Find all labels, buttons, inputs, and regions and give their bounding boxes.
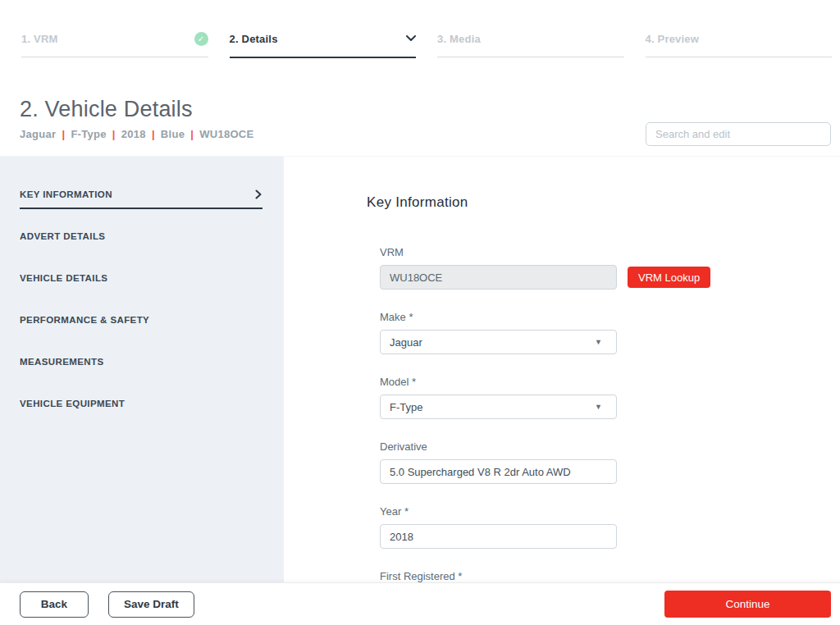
chevron-down-icon[interactable]: [406, 35, 416, 42]
derivative-input[interactable]: [380, 459, 617, 484]
content-body: KEY INFORMATION ADVERT DETAILS VEHICLE D…: [0, 156, 840, 582]
dropdown-caret-icon: ▼: [595, 338, 602, 346]
sidebar-item-label: KEY INFORMATION: [20, 189, 112, 199]
step-media[interactable]: 3. Media: [437, 31, 624, 74]
save-draft-button[interactable]: Save Draft: [108, 591, 194, 618]
sidebar-item-performance-safety[interactable]: PERFORMANCE & SAFETY: [20, 315, 262, 357]
key-information-form: VRM VRM Lookup Make * Jaguar ▼ Model *: [380, 246, 840, 582]
model-field-group: Model * F-Type ▼: [380, 376, 840, 419]
sidebar-item-advert-details[interactable]: ADVERT DETAILS: [20, 231, 262, 273]
model-label: Model *: [380, 376, 840, 388]
make-label: Make *: [380, 311, 840, 323]
action-footer: Back Save Draft Continue: [0, 582, 840, 625]
breadcrumb-make: Jaguar: [20, 128, 56, 140]
breadcrumb-separator: |: [62, 128, 65, 140]
step-vrm-label: 1. VRM: [21, 33, 58, 45]
breadcrumb-separator: |: [190, 128, 194, 140]
step-preview[interactable]: 4. Preview: [646, 31, 833, 74]
continue-button[interactable]: Continue: [664, 591, 831, 618]
sidebar-active-underline: [20, 208, 262, 209]
step-details[interactable]: 2. Details: [230, 31, 417, 74]
step-details-underline: [230, 57, 417, 58]
vrm-field-group: VRM VRM Lookup: [380, 246, 840, 290]
sidebar-item-key-information[interactable]: KEY INFORMATION: [20, 189, 262, 231]
dropdown-caret-icon: ▼: [595, 403, 602, 411]
model-selected-value: F-Type: [390, 401, 422, 413]
year-label: Year *: [380, 505, 840, 518]
sidebar-item-label: VEHICLE DETAILS: [20, 273, 107, 283]
sidebar-item-label: ADVERT DETAILS: [20, 231, 105, 241]
make-field-group: Make * Jaguar ▼: [380, 311, 840, 354]
back-button[interactable]: Back: [20, 591, 89, 618]
key-information-panel: Key Information VRM VRM Lookup Make * Ja…: [284, 157, 840, 582]
step-preview-label: 4. Preview: [646, 33, 700, 45]
first-registered-field-group: First Registered *: [380, 570, 840, 582]
derivative-field-group: Derivative: [380, 440, 840, 484]
derivative-label: Derivative: [380, 440, 840, 453]
sidebar-item-label: MEASUREMENTS: [20, 357, 104, 367]
sidebar-item-label: PERFORMANCE & SAFETY: [20, 315, 149, 325]
vrm-label: VRM: [380, 246, 840, 258]
breadcrumb-colour: Blue: [161, 128, 185, 140]
sidebar-item-measurements[interactable]: MEASUREMENTS: [20, 357, 262, 399]
page-title: 2. Vehicle Details: [20, 97, 820, 122]
page-header: 2. Vehicle Details Jaguar|F-Type|2018|Bl…: [0, 74, 840, 156]
step-media-label: 3. Media: [437, 33, 481, 45]
sidebar-item-vehicle-equipment[interactable]: VEHICLE EQUIPMENT: [20, 399, 262, 440]
make-selected-value: Jaguar: [390, 336, 422, 349]
make-select[interactable]: Jaguar ▼: [380, 330, 617, 354]
breadcrumb-separator: |: [112, 128, 116, 140]
breadcrumb-vrm: WU18OCE: [199, 128, 253, 140]
section-heading: Key Information: [367, 194, 840, 211]
year-input[interactable]: [380, 524, 617, 549]
model-select[interactable]: F-Type ▼: [380, 395, 617, 419]
section-sidebar: KEY INFORMATION ADVERT DETAILS VEHICLE D…: [0, 157, 284, 582]
step-complete-check-icon: ✓: [194, 32, 208, 46]
breadcrumb-separator: |: [152, 128, 155, 140]
year-field-group: Year *: [380, 505, 840, 549]
search-input[interactable]: [646, 122, 831, 146]
step-details-label: 2. Details: [230, 33, 278, 45]
step-vrm-underline: [21, 57, 208, 57]
sidebar-item-vehicle-details[interactable]: VEHICLE DETAILS: [20, 273, 262, 315]
step-vrm[interactable]: 1. VRM ✓: [21, 31, 208, 74]
vrm-lookup-button[interactable]: VRM Lookup: [628, 267, 710, 288]
vrm-input: [380, 265, 617, 290]
step-media-underline: [437, 57, 624, 57]
breadcrumb-year: 2018: [121, 128, 146, 140]
first-registered-label: First Registered *: [380, 570, 840, 582]
chevron-right-icon: [255, 189, 262, 199]
breadcrumb-model: F-Type: [71, 128, 106, 140]
wizard-stepper: 1. VRM ✓ 2. Details 3. Media 4. Preview: [0, 0, 840, 74]
step-preview-underline: [646, 57, 833, 57]
vehicle-details-page: 1. VRM ✓ 2. Details 3. Media 4. Preview: [0, 0, 840, 625]
sidebar-item-label: VEHICLE EQUIPMENT: [20, 399, 125, 408]
